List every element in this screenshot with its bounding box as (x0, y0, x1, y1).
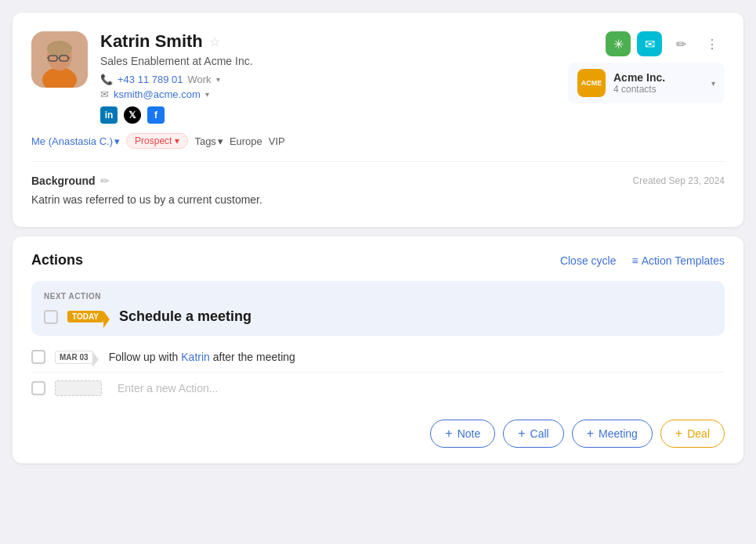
phone-dropdown-icon[interactable]: ▾ (216, 75, 220, 84)
add-call-button[interactable]: + Call (503, 420, 563, 448)
meeting-plus-icon: + (587, 427, 594, 441)
company-info: Acme Inc. 4 contacts (613, 71, 704, 95)
ai-action-icon[interactable]: ✳ (606, 31, 631, 56)
secondary-action-post: after the meeting (210, 351, 295, 363)
phone-icon: 📞 (100, 74, 113, 85)
status-tag[interactable]: Prospect ▾ (126, 133, 188, 149)
date-placeholder (55, 380, 108, 396)
linkedin-icon[interactable]: in (100, 106, 118, 124)
pencil-icon[interactable]: ✏ (668, 31, 693, 56)
new-action-row: Enter a new Action... (31, 373, 725, 404)
status-dropdown-icon[interactable]: ▾ (175, 135, 179, 146)
contact-title: Sales Enablement at Acme Inc. (100, 55, 555, 67)
new-action-input[interactable]: Enter a new Action... (118, 382, 218, 394)
secondary-action-text: Follow up with Katrin after the meeting (109, 351, 295, 363)
mail-action-icon[interactable]: ✉ (637, 31, 662, 56)
europe-tag: Europe (230, 135, 262, 147)
status-label: Prospect (135, 135, 172, 146)
next-action-box: NEXT ACTION TODAY Schedule a meeting (31, 281, 725, 336)
background-title: Background (31, 175, 96, 187)
background-edit-icon[interactable]: ✏ (100, 175, 110, 187)
add-note-button[interactable]: + Note (430, 420, 495, 448)
created-date: Created Sep 23, 2024 (633, 175, 725, 186)
action-templates-label: Action Templates (642, 254, 725, 267)
svg-point-3 (47, 41, 72, 56)
note-plus-icon: + (445, 427, 452, 441)
action-templates-button[interactable]: ≡ Action Templates (631, 254, 725, 267)
next-action-label: NEXT ACTION (44, 292, 712, 301)
background-header: Background ✏ Created Sep 23, 2024 (31, 175, 725, 187)
avatar (31, 31, 88, 88)
bottom-buttons: + Note + Call + Meeting + Deal (31, 420, 725, 448)
phone-label: Work (188, 74, 212, 85)
company-name: Acme Inc. (613, 71, 704, 84)
phone-row: 📞 +43 11 789 01 Work ▾ (100, 74, 555, 85)
company-dropdown-icon[interactable]: ▾ (711, 79, 715, 88)
contact-name: Katrin Smith (100, 31, 203, 52)
profile-right: ✳ ✉ ✏ ⋮ ACME Acme Inc. 4 contacts ▾ (568, 31, 725, 103)
main-action-checkbox[interactable] (44, 310, 58, 324)
background-section: Background ✏ Created Sep 23, 2024 Katrin… (31, 161, 725, 208)
name-row: Katrin Smith ☆ (100, 31, 555, 52)
secondary-action-row: MAR 03 Follow up with Katrin after the m… (31, 342, 725, 373)
meeting-label: Meeting (599, 427, 638, 440)
background-text: Katrin was referred to us by a current c… (31, 192, 725, 208)
facebook-icon[interactable]: f (147, 106, 165, 124)
profile-header: Katrin Smith ☆ Sales Enablement at Acme … (31, 31, 725, 124)
new-action-checkbox[interactable] (31, 381, 45, 395)
profile-info: Katrin Smith ☆ Sales Enablement at Acme … (100, 31, 555, 124)
date-placeholder-box[interactable] (55, 380, 102, 396)
email-icon: ✉ (100, 88, 109, 100)
secondary-action-link[interactable]: Katrin (181, 351, 210, 363)
favorite-star-icon[interactable]: ☆ (209, 34, 220, 49)
close-cycle-button[interactable]: Close cycle (560, 254, 617, 267)
today-badge-wrap: TODAY (67, 311, 103, 322)
company-logo: ACME (577, 69, 606, 97)
note-label: Note (458, 427, 481, 440)
more-options-icon[interactable]: ⋮ (700, 31, 725, 56)
secondary-action-checkbox[interactable] (31, 350, 45, 364)
top-action-icons: ✳ ✉ ✏ ⋮ (606, 31, 725, 56)
main-action-row: TODAY Schedule a meeting (44, 308, 712, 325)
profile-card: Katrin Smith ☆ Sales Enablement at Acme … (13, 13, 743, 227)
mar-badge-wrap: MAR 03 (55, 351, 93, 364)
x-icon[interactable]: 𝕏 (124, 106, 141, 124)
tags-text: Tags (194, 135, 215, 147)
secondary-action-pre: Follow up with (109, 351, 182, 363)
actions-card: Actions Close cycle ≡ Action Templates N… (13, 236, 743, 463)
email-dropdown-icon[interactable]: ▾ (205, 90, 209, 99)
add-deal-button[interactable]: + Deal (660, 420, 725, 448)
add-meeting-button[interactable]: + Meeting (572, 420, 653, 448)
call-plus-icon: + (518, 427, 525, 441)
main-action-text: Schedule a meeting (119, 308, 251, 325)
deal-label: Deal (687, 427, 710, 440)
social-icons-row: in 𝕏 f (100, 106, 555, 124)
deal-plus-icon: + (675, 427, 682, 441)
menu-lines-icon: ≡ (631, 254, 638, 267)
owner-tag[interactable]: Me (Anastasia C.) ▾ (31, 135, 120, 147)
actions-header-right: Close cycle ≡ Action Templates (560, 254, 725, 267)
phone-link[interactable]: +43 11 789 01 (118, 74, 183, 85)
mar-badge: MAR 03 (55, 351, 93, 364)
tags-label[interactable]: Tags ▾ (194, 135, 222, 147)
owner-label: Me (Anastasia C.) (31, 135, 113, 147)
owner-dropdown-icon[interactable]: ▾ (114, 135, 120, 147)
email-row: ✉ ksmith@acme.com ▾ (100, 88, 555, 100)
today-badge: TODAY (67, 311, 103, 322)
company-block[interactable]: ACME Acme Inc. 4 contacts ▾ (568, 63, 725, 103)
tags-row: Me (Anastasia C.) ▾ Prospect ▾ Tags ▾ Eu… (31, 133, 725, 149)
company-contacts-count: 4 contacts (613, 84, 704, 95)
background-title-row: Background ✏ (31, 175, 110, 187)
vip-tag: VIP (269, 135, 285, 147)
email-link[interactable]: ksmith@acme.com (114, 88, 201, 100)
actions-header: Actions Close cycle ≡ Action Templates (31, 252, 725, 268)
actions-title: Actions (31, 252, 83, 268)
call-label: Call (530, 427, 549, 440)
tags-dropdown-icon[interactable]: ▾ (218, 135, 223, 147)
